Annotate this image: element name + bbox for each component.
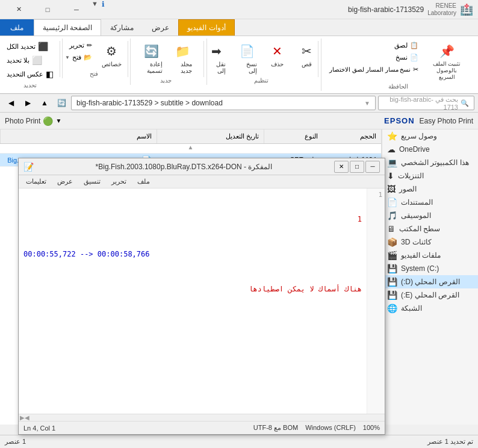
sidebar-item-this-pc[interactable]: 💻 هذا الكمبيوتر الشخصي — [382, 156, 478, 169]
cut-icon: ✂ — [297, 42, 317, 61]
move-to-icon: ➡ — [206, 42, 226, 61]
editor-maximize-btn[interactable]: □ — [350, 161, 364, 173]
3d-icon: 📦 — [387, 237, 397, 247]
menu-help[interactable]: تعليمات — [21, 176, 51, 187]
sidebar-item-3d[interactable]: 📦 كائنات 3D — [382, 235, 478, 249]
sidebar-label: الموسيقى — [401, 211, 431, 220]
ribbon-group-clipboard: 📌 تثبيت الملف بالوصول السريع 📋 لصق 📄 نسخ… — [321, 39, 474, 91]
edit-btn[interactable]: ✏ تحرير — [62, 40, 95, 51]
info-icon: ℹ — [102, 0, 105, 19]
forward-btn[interactable]: ▶ — [20, 96, 35, 110]
refresh-btn[interactable]: 🔄 — [54, 96, 69, 110]
notepad-icon: 📝 — [23, 162, 34, 172]
new-folder-btn[interactable]: 📁 مجلد جديد — [169, 40, 196, 76]
properties-btn[interactable]: ⚙ خصائص — [98, 40, 126, 69]
photo-print-dropdown[interactable]: ▼ — [55, 117, 61, 124]
copy-to-btn[interactable]: 📄 نسخ إلى — [232, 40, 261, 76]
copy-btn[interactable]: 📄 نسخ — [326, 52, 421, 63]
pin-btn[interactable]: 📌 تثبيت الملف بالوصول السريع — [424, 40, 470, 82]
sidebar-item-pictures[interactable]: 🖼 الصور — [382, 182, 478, 196]
col-size[interactable]: الحجم — [323, 129, 381, 143]
addressbar-area: ◀ ▶ ▲ 🔄 big-fish-arabic-1713529 > subtit… — [0, 94, 478, 113]
select-none-btn[interactable]: ⬜ بلا تحديد — [4, 54, 45, 67]
tab-home[interactable]: الصفحة الرئيسية — [34, 19, 101, 36]
address-bar[interactable]: big-fish-arabic-1713529 > subtitle > dow… — [71, 96, 376, 110]
sidebar-item-onedrive[interactable]: ☁ OneDrive — [382, 143, 478, 156]
cursor-position: Ln 4, Col 1 — [23, 425, 55, 432]
ribbon-group-open: ⚙ خصائص ✏ تحرير 📂 فتح ▼ فتح — [62, 39, 125, 78]
star-icon: ⭐ — [387, 131, 397, 141]
sidebar-item-c[interactable]: 💾 System (C:) — [382, 262, 478, 275]
sidebar-item-music[interactable]: 🎵 الموسيقى — [382, 209, 478, 222]
sidebar-item-desktop[interactable]: 🖥 سطح المكتب — [382, 222, 478, 235]
up-btn[interactable]: ▲ — [37, 96, 52, 110]
invert-selection-btn[interactable]: ◧ عكس التحديد — [4, 67, 57, 81]
sidebar-item-quick-access[interactable]: ⭐ وصول سريع — [382, 129, 478, 143]
editor-minimize-btn[interactable]: ─ — [365, 161, 380, 173]
sidebar-item-videos[interactable]: 🎬 ملفات الفيديو — [382, 249, 478, 262]
sidebar-label: سطح المكتب — [399, 225, 440, 233]
move-to-btn[interactable]: ➡ نقل إلى — [202, 40, 230, 76]
col-type[interactable]: النوع — [264, 129, 323, 143]
rename-btn[interactable]: 🔄 إعادة تسمية — [135, 40, 167, 76]
sidebar-item-network[interactable]: 🌐 الشبكة — [382, 302, 478, 315]
back-btn[interactable]: ◀ — [4, 96, 18, 110]
quick-access-btn[interactable]: ▼ — [92, 0, 98, 19]
path-copy-btn[interactable]: ✂ نسخ مسار المسار لصق الاختصار — [326, 64, 421, 75]
col-date[interactable]: تاريخ التعديل — [157, 129, 264, 143]
sidebar-item-documents[interactable]: 📄 المستندات — [382, 196, 478, 209]
tab-view[interactable]: عرض — [143, 19, 178, 36]
sidebar-item-e[interactable]: 💾 القرص المحلي (E:) — [382, 288, 478, 302]
collapse-btn[interactable]: ▲ — [0, 144, 381, 154]
select-all-btn[interactable]: ⬛ تحديد الكل — [4, 40, 51, 53]
invert-icon: ◧ — [46, 69, 54, 79]
zoom-label: 100% — [363, 424, 380, 432]
video-icon: 🎬 — [387, 250, 397, 260]
sidebar-label: القرص المحلي (D:) — [401, 278, 460, 286]
statusbar: تم تحديد 1 عنصر 1 عنصر — [0, 435, 478, 448]
window-title: big-fish-arabic-1713529 — [348, 5, 424, 14]
pictures-icon: 🖼 — [387, 184, 396, 194]
cut-btn[interactable]: ✂ قص — [293, 40, 320, 69]
tab-share[interactable]: مشاركة — [101, 19, 143, 36]
menu-view[interactable]: عرض — [52, 176, 78, 187]
menu-format[interactable]: تنسيق — [79, 176, 105, 187]
sidebar-label: هذا الكمبيوتر الشخصي — [401, 158, 469, 167]
titlebar-controls: ℹ ▼ ─ □ ✕ — [5, 0, 108, 19]
sidebar-item-d[interactable]: 💾 القرص المحلي (D:) — [382, 275, 478, 288]
ribbon-tabs: ملف الصفحة الرئيسية مشاركة عرض أدوات الف… — [0, 19, 478, 36]
path-icon: ✂ — [413, 66, 418, 73]
maximize-button[interactable]: □ — [34, 0, 61, 19]
app-name: RENEELaboratory — [427, 2, 456, 17]
drive-c-icon: 💾 — [387, 264, 397, 273]
tab-file[interactable]: ملف — [0, 19, 34, 36]
delete-btn[interactable]: ✕ حذف — [264, 40, 291, 69]
tab-video-tools[interactable]: أدوات الفيديو — [178, 19, 234, 36]
sidebar-label: كائنات 3D — [401, 238, 432, 246]
pin-icon: 📌 — [437, 42, 456, 61]
editor-hscrollbar[interactable]: ◀▶ — [19, 414, 385, 421]
ribbon-group-select: ⬛ تحديد الكل ⬜ بلا تحديد ◧ عكس التحديد ت… — [4, 39, 57, 90]
close-button[interactable]: ✕ — [5, 0, 33, 19]
separator-2 — [128, 41, 128, 77]
address-dropdown[interactable]: ▼ — [364, 100, 370, 107]
col-name[interactable]: الاسم — [0, 129, 157, 143]
editor-close-btn[interactable]: ✕ — [334, 161, 349, 173]
drive-e-icon: 💾 — [387, 290, 397, 300]
documents-icon: 📄 — [387, 198, 397, 207]
search-bar[interactable]: 🔍 بحث في big-fish-arabic-1713 — [378, 96, 474, 110]
editor-controls: ─ □ ✕ — [334, 161, 380, 173]
easy-photo-print-label: Easy Photo Print — [420, 117, 473, 125]
open-btn[interactable]: 📂 فتح ▼ — [62, 52, 95, 63]
desktop-icon: 🖥 — [387, 224, 396, 234]
menu-file[interactable]: ملف — [132, 176, 155, 187]
menu-edit[interactable]: تحرير — [107, 176, 131, 187]
sidebar-item-downloads[interactable]: ⬇ التنزيلات — [382, 169, 478, 182]
minimize-button[interactable]: ─ — [63, 0, 90, 19]
paste-btn[interactable]: 📋 لصق — [326, 40, 421, 51]
properties-icon: ⚙ — [102, 42, 121, 61]
photo-print-title: Photo Print — [5, 117, 40, 125]
separator-3 — [203, 41, 204, 77]
cloud-icon: ☁ — [387, 145, 396, 154]
text-editor[interactable]: 1 00:00:55,722 --> 00:00:58,766 هناك أسم… — [19, 188, 367, 414]
